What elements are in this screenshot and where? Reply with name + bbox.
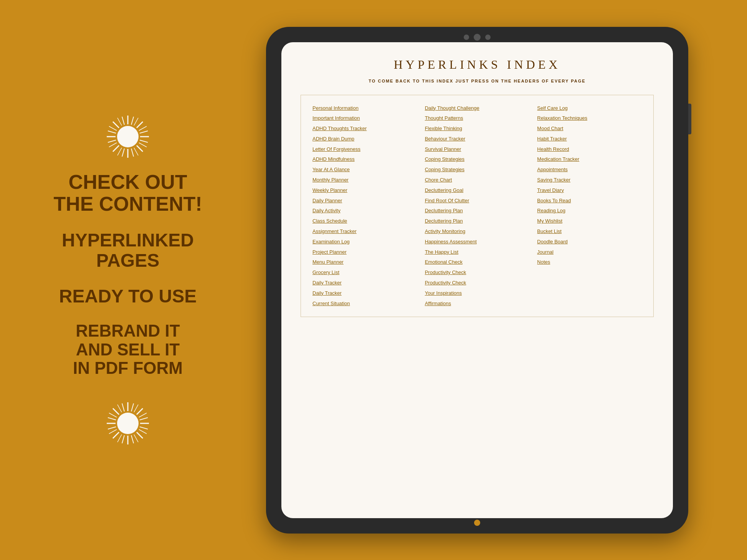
- svg-line-36: [122, 435, 124, 443]
- index-link[interactable]: Survival Planner: [425, 145, 530, 154]
- index-link[interactable]: Mood Chart: [537, 125, 642, 133]
- left-text-block-3: READY TO USE: [59, 286, 197, 318]
- index-link[interactable]: Activity Monitoring: [425, 228, 530, 236]
- camera-dot-1: [464, 35, 469, 40]
- index-link[interactable]: Decluttering Plan: [425, 217, 530, 225]
- index-link[interactable]: Decluttering Plan: [425, 207, 530, 215]
- svg-line-42: [109, 413, 117, 417]
- index-link[interactable]: Menu Planner: [312, 258, 417, 266]
- index-link[interactable]: Letter Of Forgiveness: [312, 145, 417, 154]
- svg-line-18: [139, 126, 147, 131]
- index-link[interactable]: Year At A Glance: [312, 166, 417, 174]
- svg-line-49: [134, 434, 138, 442]
- svg-point-25: [117, 413, 139, 434]
- index-link[interactable]: Reading Log: [537, 207, 642, 215]
- index-link[interactable]: Health Record: [537, 145, 642, 154]
- index-link[interactable]: Your Inspirations: [425, 289, 530, 297]
- svg-line-44: [109, 429, 117, 434]
- svg-line-20: [139, 143, 147, 147]
- tablet-screen: HYPERLINKS INDEX TO COME BACK TO THIS IN…: [281, 42, 673, 518]
- heading-rebrand: REBRAND IT AND SELL IT IN PDF FORM: [73, 322, 183, 377]
- index-col-1: Personal InformationImportant Informatio…: [312, 104, 421, 308]
- index-link[interactable]: Examination Log: [312, 238, 417, 246]
- left-panel: CHECK OUT THE CONTENT! HYPERLINKED PAGES…: [24, 0, 231, 560]
- index-columns: Personal InformationImportant Informatio…: [312, 104, 642, 308]
- sun-icon-top: [105, 114, 151, 160]
- index-link[interactable]: Happiness Assessment: [425, 238, 530, 246]
- index-link[interactable]: Daily Activity: [312, 207, 417, 215]
- svg-point-0: [117, 126, 139, 147]
- svg-line-30: [113, 408, 119, 415]
- index-link[interactable]: Bucket List: [537, 228, 642, 236]
- index-link[interactable]: Productivity Check: [425, 269, 530, 277]
- svg-line-40: [140, 418, 148, 420]
- heading-check-out: CHECK OUT THE CONTENT!: [53, 171, 202, 215]
- svg-line-8: [137, 145, 143, 152]
- svg-line-12: [131, 149, 134, 157]
- index-link[interactable]: Flexible Thinking: [425, 125, 530, 133]
- index-link[interactable]: Doodle Board: [537, 238, 642, 246]
- index-link[interactable]: Monthly Planner: [312, 176, 417, 184]
- index-title: HYPERLINKS INDEX: [301, 58, 654, 72]
- index-link[interactable]: Emotional Check: [425, 258, 530, 266]
- index-link[interactable]: Coping Strategies: [425, 155, 530, 164]
- index-link[interactable]: My Wishlist: [537, 217, 642, 225]
- svg-line-45: [139, 429, 147, 434]
- svg-line-23: [117, 148, 122, 155]
- index-link[interactable]: Medication Tracker: [537, 155, 642, 164]
- page-container: CHECK OUT THE CONTENT! HYPERLINKED PAGES…: [0, 0, 747, 560]
- index-link[interactable]: Relaxation Techniques: [537, 114, 642, 122]
- index-box: Personal InformationImportant Informatio…: [301, 95, 654, 317]
- index-link[interactable]: ADHD Thoughts Tracker: [312, 125, 417, 133]
- svg-line-48: [117, 434, 122, 442]
- index-col-2: Daily Thought ChallengeThought PatternsF…: [421, 104, 534, 308]
- index-link[interactable]: Daily Planner: [312, 197, 417, 205]
- index-link[interactable]: The Happy List: [425, 248, 530, 256]
- svg-line-31: [137, 408, 143, 415]
- index-link[interactable]: Important Information: [312, 114, 417, 122]
- index-link[interactable]: Thought Patterns: [425, 114, 530, 122]
- index-link[interactable]: Books To Read: [537, 197, 642, 205]
- index-link[interactable]: Travel Diary: [537, 187, 642, 195]
- svg-line-13: [108, 131, 116, 133]
- index-link[interactable]: Daily Tracker: [312, 289, 417, 297]
- index-link[interactable]: Personal Information: [312, 104, 417, 112]
- index-link[interactable]: Habit Tracker: [537, 135, 642, 143]
- tablet-device: HYPERLINKS INDEX TO COME BACK TO THIS IN…: [266, 27, 688, 534]
- index-link[interactable]: Notes: [537, 258, 642, 266]
- index-link[interactable]: Productivity Check: [425, 279, 530, 287]
- index-link[interactable]: Class Schedule: [312, 217, 417, 225]
- index-link[interactable]: Daily Tracker: [312, 279, 417, 287]
- left-text-block-4: REBRAND IT AND SELL IT IN PDF FORM: [73, 322, 183, 389]
- camera-dot-2: [474, 34, 481, 41]
- index-link[interactable]: ADHD Mindfulness: [312, 155, 417, 164]
- index-link[interactable]: Chore Chart: [425, 176, 530, 184]
- camera-dot-3: [485, 35, 491, 40]
- index-link[interactable]: Saving Tracker: [537, 176, 642, 184]
- index-link[interactable]: Appointments: [537, 166, 642, 174]
- tablet-wrapper: HYPERLINKS INDEX TO COME BACK TO THIS IN…: [231, 23, 723, 537]
- index-link[interactable]: ADHD Brain Dump: [312, 135, 417, 143]
- tablet-home-bar: [474, 520, 480, 526]
- heading-ready: READY TO USE: [59, 286, 197, 307]
- index-link[interactable]: Self Care Log: [537, 104, 642, 112]
- index-link[interactable]: Behaviour Tracker: [425, 135, 530, 143]
- index-link[interactable]: Coping Strategies: [425, 166, 530, 174]
- index-link[interactable]: Grocery List: [312, 269, 417, 277]
- index-link[interactable]: Assignment Tracker: [312, 228, 417, 236]
- index-link[interactable]: Decluttering Goal: [425, 187, 530, 195]
- index-link[interactable]: Daily Thought Challenge: [425, 104, 530, 112]
- screen-content: HYPERLINKS INDEX TO COME BACK TO THIS IN…: [281, 42, 673, 518]
- index-link[interactable]: Weekly Planner: [312, 187, 417, 195]
- svg-line-21: [117, 118, 122, 126]
- svg-line-7: [113, 145, 119, 152]
- index-link[interactable]: Project Planner: [312, 248, 417, 256]
- index-link[interactable]: Affirmations: [425, 300, 530, 308]
- svg-line-41: [140, 427, 148, 429]
- tablet-camera-bar: [464, 34, 491, 41]
- home-dot: [474, 520, 480, 526]
- index-link[interactable]: Find Root Of Clutter: [425, 197, 530, 205]
- svg-line-15: [140, 131, 148, 133]
- index-link[interactable]: Journal: [537, 248, 642, 256]
- index-link[interactable]: Current Situation: [312, 300, 417, 308]
